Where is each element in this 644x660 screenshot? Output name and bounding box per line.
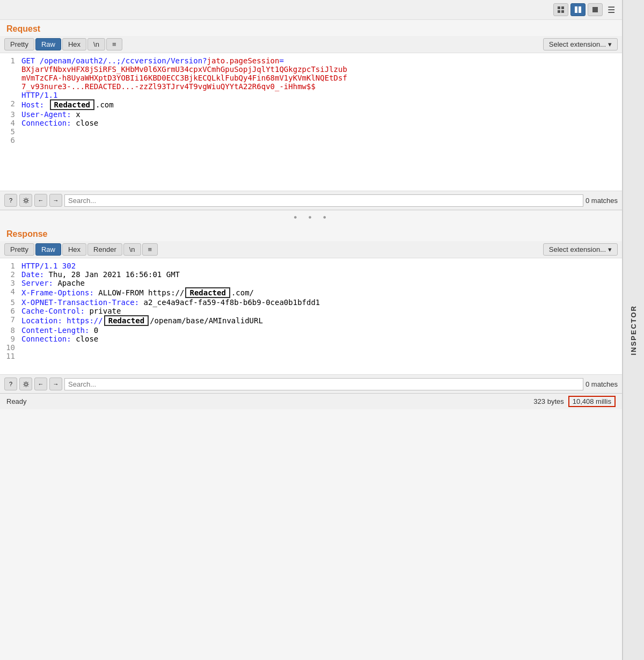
request-line-5: 5: [0, 127, 622, 136]
select-extension-label: Select extension...: [549, 245, 606, 253]
response-tab-raw[interactable]: Raw: [35, 243, 61, 256]
request-tab-raw[interactable]: Raw: [35, 38, 61, 50]
line-text: HTTP/1.1 302: [21, 262, 620, 270]
request-tab-pretty[interactable]: Pretty: [4, 38, 34, 50]
line-text: Host: Redacted.com: [21, 99, 620, 110]
response-line-3: 3 Server: Apache: [0, 279, 622, 287]
svg-rect-5: [579, 6, 581, 13]
request-tab-newline[interactable]: \n: [87, 38, 105, 50]
svg-rect-0: [558, 6, 560, 9]
layout-grid-button[interactable]: [553, 3, 568, 16]
response-line-1: 1 HTTP/1.1 302: [0, 262, 622, 270]
svg-rect-3: [561, 10, 564, 13]
line-number: 4: [2, 287, 15, 298]
line-number: 1: [2, 262, 15, 270]
response-line-4: 4 X-Frame-Options: ALLOW-FROM https://Re…: [0, 287, 622, 298]
request-code-content: 1 GET /openam/oauth2/..;/ccversion/Versi…: [0, 53, 622, 191]
response-line-6: 6 Cache-Control: private: [0, 307, 622, 315]
request-settings-button[interactable]: [19, 194, 32, 207]
line-text: [21, 343, 620, 352]
response-help-button[interactable]: ?: [4, 378, 17, 390]
response-tab-menu[interactable]: ≡: [142, 243, 158, 256]
line-number: 6: [2, 136, 15, 144]
response-code-content: 1 HTTP/1.1 302 2 Date: Thu, 28 Jan 2021 …: [0, 258, 622, 374]
response-line-5: 5 X-OPNET-Transaction-Trace: a2_ce4a9acf…: [0, 298, 622, 307]
request-line-2: 2 Host: Redacted.com: [0, 99, 622, 110]
request-tab-menu[interactable]: ≡: [106, 38, 122, 50]
request-line-4: 4 Connection: close: [0, 119, 622, 127]
request-header: Request: [0, 20, 622, 36]
status-bytes: 323 bytes: [533, 397, 564, 405]
request-line-1c: mVmTzCFA-h8UyaWHXptD3YOBIi16KBD0ECC3BjkE…: [0, 74, 622, 82]
response-tab-hex[interactable]: Hex: [62, 243, 86, 256]
line-number: 4: [2, 119, 15, 127]
line-text: X-Frame-Options: ALLOW-FROM https://Reda…: [21, 287, 620, 298]
line-number: 2: [2, 270, 15, 279]
response-settings-button[interactable]: [19, 378, 32, 390]
response-search-prev-button[interactable]: ←: [34, 378, 47, 390]
line-number: [2, 82, 15, 91]
line-number: 9: [2, 335, 15, 343]
line-text: GET /openam/oauth2/..;/ccversion/Version…: [21, 56, 620, 65]
request-search-bar: ? ← → 0 matches: [0, 191, 622, 209]
redacted-xframe: Redacted: [185, 287, 230, 298]
svg-rect-4: [575, 6, 577, 13]
request-select-extension-button[interactable]: Select extension... ▾: [543, 38, 618, 50]
response-header: Response: [0, 225, 622, 241]
line-text: mVmTzCFA-h8UyaWHXptD3YOBIi16KBD0ECC3BjkE…: [21, 74, 620, 82]
request-line-3: 3 User-Agent: x: [0, 110, 622, 119]
redacted-location: Redacted: [104, 315, 149, 326]
request-line-1d: 7_v93nure3-...REDACTED...-zzZl93TJrv4T9v…: [0, 82, 622, 91]
response-search-input[interactable]: [64, 378, 583, 390]
request-tab-hex[interactable]: Hex: [62, 38, 86, 50]
request-help-button[interactable]: ?: [4, 194, 17, 207]
hamburger-menu-button[interactable]: ☰: [605, 3, 618, 16]
line-text: [21, 352, 620, 360]
request-line-6: 6: [0, 136, 622, 144]
request-search-next-button[interactable]: →: [49, 194, 62, 207]
response-tab-pretty[interactable]: Pretty: [4, 243, 34, 256]
line-number: [2, 74, 15, 82]
request-search-prev-button[interactable]: ←: [34, 194, 47, 207]
request-line-1: 1 GET /openam/oauth2/..;/ccversion/Versi…: [0, 56, 622, 65]
line-text: Location: https://Redacted/openam/base/A…: [21, 315, 620, 326]
line-text: 7_v93nure3-...REDACTED...-zzZl93TJrv4T9v…: [21, 82, 620, 91]
response-line-9: 9 Connection: close: [0, 335, 622, 343]
layout-single-button[interactable]: [588, 3, 603, 16]
response-line-2: 2 Date: Thu, 28 Jan 2021 16:56:01 GMT: [0, 270, 622, 279]
response-line-10: 10: [0, 343, 622, 352]
request-tabs-bar: Pretty Raw Hex \n ≡ Select extension... …: [0, 36, 622, 53]
layout-split-button[interactable]: [570, 3, 586, 16]
line-number: 10: [2, 343, 15, 352]
status-ready-text: Ready: [6, 397, 27, 405]
response-matches-count: 0 matches: [586, 380, 618, 388]
response-tab-newline[interactable]: \n: [123, 243, 141, 256]
line-number: 8: [2, 326, 15, 335]
line-text: X-OPNET-Transaction-Trace: a2_ce4a9acf-f…: [21, 298, 620, 307]
response-search-bar: ? ← → 0 matches: [0, 374, 622, 393]
line-number: 3: [2, 279, 15, 287]
response-tab-render[interactable]: Render: [87, 243, 122, 256]
request-section: Request Pretty Raw Hex \n ≡ Select exten…: [0, 20, 622, 211]
svg-rect-1: [561, 6, 564, 9]
request-matches-count: 0 matches: [586, 197, 618, 205]
response-line-11: 11: [0, 352, 622, 360]
request-search-input[interactable]: [64, 194, 583, 207]
line-text: Date: Thu, 28 Jan 2021 16:56:01 GMT: [21, 270, 620, 279]
line-text: [21, 127, 620, 136]
line-number: 6: [2, 307, 15, 315]
line-number: 11: [2, 352, 15, 360]
line-text: Connection: close: [21, 119, 620, 127]
line-text: User-Agent: x: [21, 110, 620, 119]
response-line-8: 8 Content-Length: 0: [0, 326, 622, 335]
svg-point-7: [25, 199, 27, 202]
line-number: 1: [2, 56, 15, 65]
line-text: Content-Length: 0: [21, 326, 620, 335]
response-select-extension-button[interactable]: Select extension... ▾: [543, 243, 618, 256]
inspector-label: INSPECTOR: [630, 300, 638, 361]
response-search-next-button[interactable]: →: [49, 378, 62, 390]
line-number: 7: [2, 315, 15, 326]
section-divider: • • •: [0, 211, 622, 225]
line-number: 5: [2, 127, 15, 136]
inspector-tab[interactable]: INSPECTOR: [623, 0, 644, 660]
